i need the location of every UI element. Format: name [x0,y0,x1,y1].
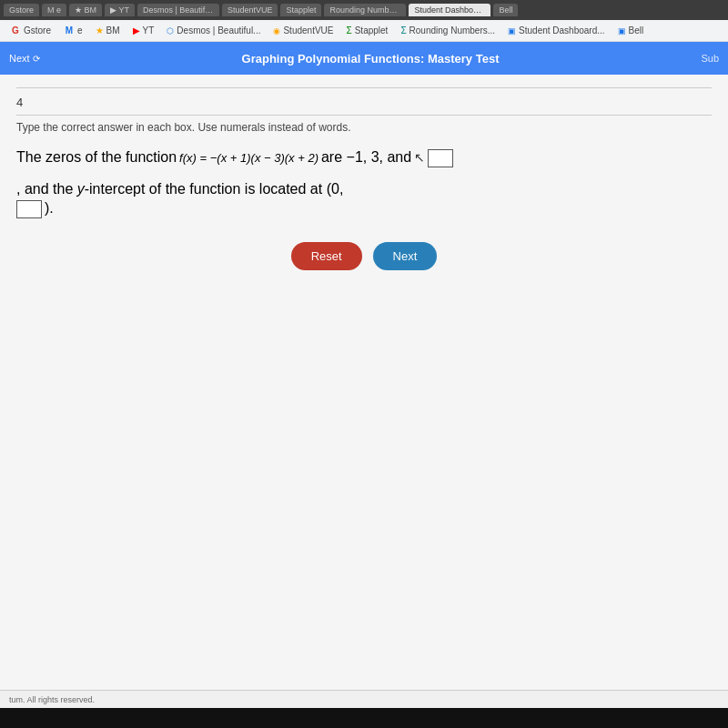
problem-prefix: The zeros of the function [16,143,177,172]
problem-line: The zeros of the function f(x) = −(x + 1… [16,143,712,204]
zeros-answer-input[interactable] [428,149,453,167]
next-nav-icon: ⟳ [33,54,40,64]
tab-desmos[interactable]: Desmos | Beautiful... [137,4,219,16]
bookmark-stapplet[interactable]: Σ Stapplet [342,24,393,37]
bookmark-yt[interactable]: ▶ YT [128,24,159,37]
bookmark-rounding[interactable]: Σ Rounding Numbers... [396,24,500,37]
sub-label: Sub [701,53,719,64]
rounding-label: Rounding Numbers... [410,25,496,35]
dashboard-icon: ▣ [508,26,516,35]
function-expression: f(x) = −(x + 1)(x − 3)(x + 2) [179,147,318,170]
bookmarks-bar: G Gstore M e ★ BM ▶ YT ⬡ Desmos | Beauti… [0,20,728,42]
tab-gstore[interactable]: Gstore [4,4,39,16]
bell-bookmark-icon: ▣ [618,26,626,35]
nav-bar: Next ⟳ Graphing Polynomial Functions: Ma… [0,42,728,75]
browser-tab-bar: Gstore M e ★ BM ▶ YT Desmos | Beautiful.… [0,0,728,20]
tab-studentvue[interactable]: StudentVUE [222,4,278,16]
zeros-text: are −1, 3, and [321,143,411,172]
question-number: 4 [16,87,712,109]
cursor-indicator: ↖ [414,145,425,170]
footer-text: tum. All rights reserved. [9,695,95,704]
next-button[interactable]: Next [373,242,438,270]
bookmark-me[interactable]: M e [59,24,87,38]
instruction-text: Type the correct answer in each box. Use… [16,121,712,134]
youtube-icon: ▶ [133,25,140,35]
star-icon: ★ [96,25,104,35]
bookmark-gstore[interactable]: G Gstore [5,24,56,38]
tab-yt[interactable]: ▶ YT [105,4,135,16]
tab-student-dashboard[interactable]: Student Dashboard... [409,4,490,16]
studentvue-icon: ◉ [273,26,280,35]
rounding-icon: Σ [400,25,406,35]
tab-bm[interactable]: ★ BM [69,4,102,16]
next-nav-label: Next [9,53,30,64]
bookmark-gstore-label: Gstore [24,25,51,35]
gstore-icon: G [10,25,21,36]
footer: tum. All rights reserved. [0,690,728,708]
tab-me[interactable]: M e [42,4,66,16]
zeros-suffix: , and the y-intercept of the function is… [16,175,343,204]
reset-button[interactable]: Reset [291,242,362,270]
bookmark-bm[interactable]: ★ BM [91,24,125,37]
dark-area [0,708,728,728]
tab-rounding[interactable]: Rounding Numbers... [324,4,406,16]
main-content: 4 Type the correct answer in each box. U… [0,75,728,690]
divider [16,115,712,116]
bookmark-bell[interactable]: ▣ Bell [613,24,649,37]
stapplet-icon: Σ [347,25,352,35]
desmos-icon: ⬡ [167,26,174,35]
bookmark-student-dashboard[interactable]: ▣ Student Dashboard... [503,24,610,37]
next-nav-button[interactable]: Next ⟳ [9,53,40,64]
closing-paren: ). [45,200,54,217]
yintercept-answer-input[interactable] [16,200,42,218]
bookmark-studentvue[interactable]: ◉ StudentVUE [268,24,338,37]
me-icon: M [64,25,75,36]
tab-bell[interactable]: Bell [493,4,518,16]
bookmark-desmos[interactable]: ⬡ Desmos | Beautiful... [162,24,265,37]
buttons-area: Reset Next [16,242,712,270]
tab-stapplet[interactable]: Stapplet [280,4,321,16]
page-title: Graphing Polynomial Functions: Mastery T… [47,52,694,66]
